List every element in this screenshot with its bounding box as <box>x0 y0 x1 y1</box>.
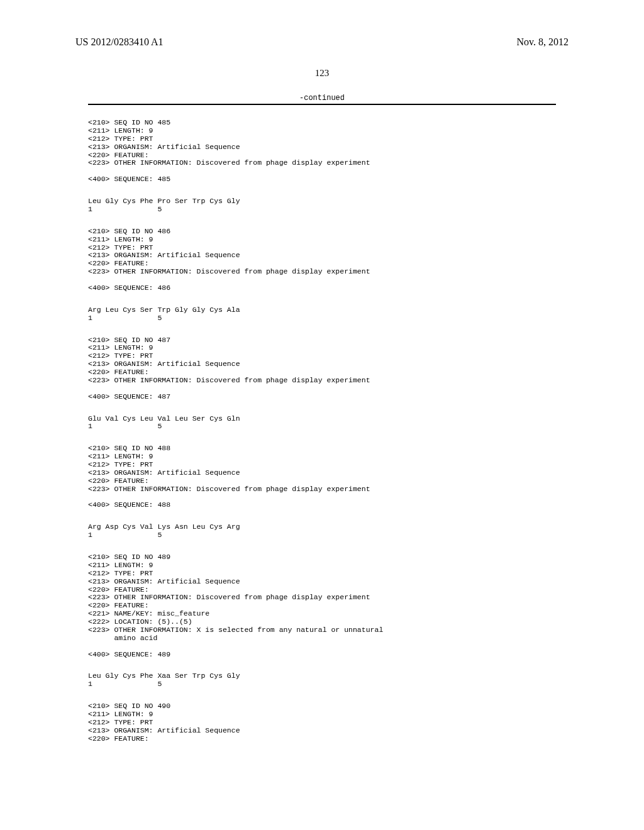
sequence-entry-meta: <210> SEQ ID NO 489 <211> LENGTH: 9 <212… <box>88 553 556 658</box>
publication-number: US 2012/0283410 A1 <box>75 36 164 48</box>
sequence-entry-meta: <210> SEQ ID NO 485 <211> LENGTH: 9 <212… <box>88 119 556 184</box>
page-number: 123 <box>0 68 644 79</box>
sequence-entry-sequence: Leu Gly Cys Phe Pro Ser Trp Cys Gly 1 5 <box>88 197 556 214</box>
sequence-entry-sequence: Arg Asp Cys Val Lys Asn Leu Cys Arg 1 5 <box>88 523 556 540</box>
divider <box>88 104 556 105</box>
sequence-entry-meta: <210> SEQ ID NO 488 <211> LENGTH: 9 <212… <box>88 445 556 509</box>
sequence-entry-sequence: Arg Leu Cys Ser Trp Gly Gly Cys Ala 1 5 <box>88 306 556 323</box>
sequence-entry-sequence: Glu Val Cys Leu Val Leu Ser Cys Gln 1 5 <box>88 415 556 431</box>
sequence-entry-meta: <210> SEQ ID NO 486 <211> LENGTH: 9 <212… <box>88 228 556 292</box>
sequence-entry-meta: <210> SEQ ID NO 490 <211> LENGTH: 9 <212… <box>88 702 556 743</box>
publication-date: Nov. 8, 2012 <box>516 36 569 48</box>
sequence-listing: <210> SEQ ID NO 485 <211> LENGTH: 9 <212… <box>0 119 644 743</box>
sequence-entry-sequence: Leu Gly Cys Phe Xaa Ser Trp Cys Gly 1 5 <box>88 672 556 689</box>
page-header: US 2012/0283410 A1 Nov. 8, 2012 <box>0 0 644 48</box>
sequence-entry-meta: <210> SEQ ID NO 487 <211> LENGTH: 9 <212… <box>88 336 556 401</box>
continued-label: -continued <box>0 94 644 102</box>
